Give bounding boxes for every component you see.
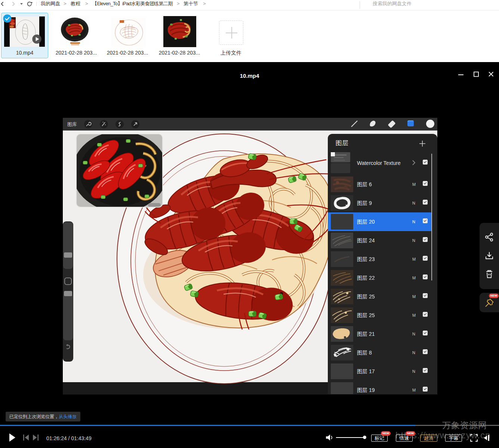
svg-text:图库: 图库 — [67, 122, 77, 127]
